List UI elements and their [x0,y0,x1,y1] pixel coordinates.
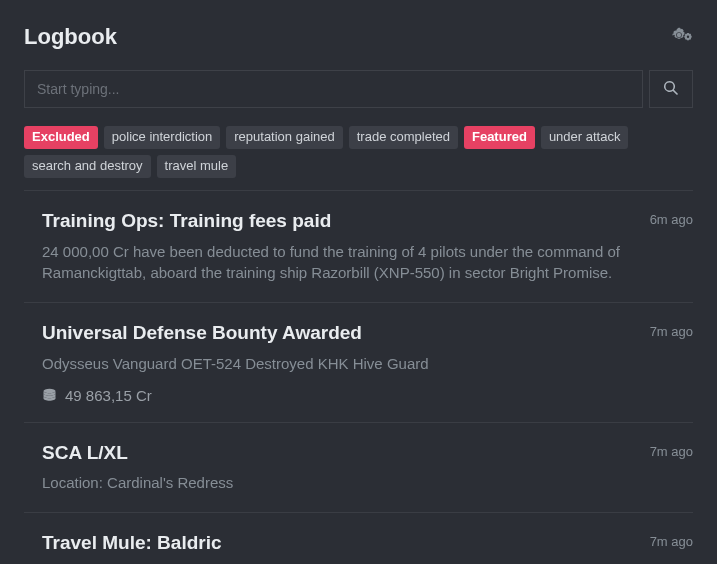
tag-list: Excludedpolice interdictionreputation ga… [24,126,693,190]
log-entry[interactable]: SCA L/XL7m agoLocation: Cardinal's Redre… [24,423,693,514]
entry-body: Odysseus Vanguard OET-524 Destroyed KHK … [42,353,693,375]
entry-title: SCA L/XL [42,441,128,465]
entry-timestamp: 7m ago [650,534,693,549]
entry-header: Travel Mule: Baldric7m ago [42,531,693,555]
entry-amount: 49 863,15 Cr [42,387,693,404]
entry-header: Universal Defense Bounty Awarded7m ago [42,321,693,345]
search-icon [663,80,679,99]
entry-list: Training Ops: Training fees paid6m ago24… [24,190,693,564]
search-input[interactable] [24,70,643,108]
entry-body: Location: Cardinal's Redress [42,472,693,494]
entry-header: SCA L/XL7m ago [42,441,693,465]
filter-tag[interactable]: Excluded [24,126,98,149]
logbook-panel: Logbook Excludedpolice interdictionreput… [0,0,717,564]
entry-title: Universal Defense Bounty Awarded [42,321,362,345]
entry-timestamp: 7m ago [650,444,693,459]
settings-icon[interactable] [671,27,693,47]
entry-header: Training Ops: Training fees paid6m ago [42,209,693,233]
svg-point-0 [677,33,681,37]
filter-tag[interactable]: travel mule [157,155,237,178]
search-button[interactable] [649,70,693,108]
entry-title: Travel Mule: Baldric [42,531,222,555]
page-title: Logbook [24,24,117,50]
log-entry[interactable]: Training Ops: Training fees paid6m ago24… [24,191,693,303]
entry-body: 24 000,00 Cr have been deducted to fund … [42,241,693,285]
entry-title: Training Ops: Training fees paid [42,209,331,233]
header: Logbook [24,24,693,50]
entry-timestamp: 7m ago [650,324,693,339]
log-entry[interactable]: Universal Defense Bounty Awarded7m agoOd… [24,303,693,423]
filter-tag[interactable]: reputation gained [226,126,342,149]
svg-point-1 [44,389,56,393]
filter-tag[interactable]: Featured [464,126,535,149]
search-row [24,70,693,108]
log-entry[interactable]: Travel Mule: Baldric7m ago [24,513,693,564]
coins-icon [42,388,57,402]
filter-tag[interactable]: trade completed [349,126,458,149]
filter-tag[interactable]: search and destroy [24,155,151,178]
entry-timestamp: 6m ago [650,212,693,227]
filter-tag[interactable]: police interdiction [104,126,220,149]
filter-tag[interactable]: under attack [541,126,629,149]
amount-value: 49 863,15 Cr [65,387,152,404]
